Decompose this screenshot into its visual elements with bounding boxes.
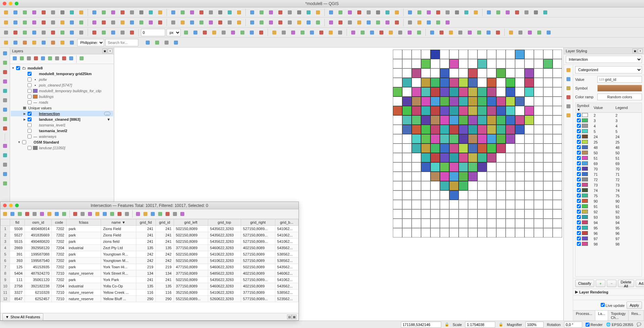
toolbar-icon[interactable]: [305, 8, 313, 16]
toolbar-icon[interactable]: [295, 18, 303, 26]
toolbar-icon[interactable]: [438, 29, 446, 37]
toolbar-icon[interactable]: [229, 29, 237, 37]
toolbar-icon[interactable]: [305, 18, 313, 26]
toolbar-icon[interactable]: [40, 39, 48, 47]
toolbar-icon[interactable]: [248, 8, 256, 16]
toolbar-icon[interactable]: [2, 8, 10, 16]
category-row[interactable]: 7272: [576, 177, 642, 182]
toolbar-icon[interactable]: [79, 55, 85, 61]
toolbar-icon[interactable]: [109, 8, 117, 16]
category-row[interactable]: 5151: [576, 156, 642, 161]
toolbar-icon[interactable]: [32, 211, 38, 217]
toolbar-icon[interactable]: [406, 29, 414, 37]
toolbar-icon[interactable]: [526, 29, 534, 37]
toolbar-icon[interactable]: [68, 8, 76, 16]
toolbar-icon[interactable]: [428, 29, 436, 37]
toolbar-icon[interactable]: [17, 211, 23, 217]
layer-item[interactable]: buildings: [11, 94, 113, 99]
toolbar-icon[interactable]: [248, 18, 256, 26]
toolbar-icon[interactable]: [462, 8, 470, 16]
layer-item[interactable]: tasmania_level1: [11, 122, 113, 128]
category-row[interactable]: 9898: [576, 241, 642, 247]
remove-category-button[interactable]: －: [607, 280, 616, 287]
layer-item[interactable]: tasmania_level2: [11, 128, 113, 133]
magnifier-input[interactable]: [525, 322, 544, 328]
toolbar-icon[interactable]: [1, 142, 9, 150]
toolbar-icon[interactable]: [68, 29, 76, 37]
toolbar-icon[interactable]: [117, 211, 123, 217]
category-row[interactable]: 22: [576, 113, 642, 118]
layer-item[interactable]: ▼OSM Standard: [11, 139, 113, 145]
toolbar-icon[interactable]: [346, 8, 354, 16]
column-header[interactable]: code: [52, 219, 66, 226]
table-row[interactable]: 1027583921822387204industrialYolla Co-Op…: [1, 283, 298, 289]
category-row[interactable]: 9696: [576, 231, 642, 236]
toolbar-icon[interactable]: [1, 170, 9, 178]
toolbar-icon[interactable]: [295, 8, 303, 16]
toolbar-icon[interactable]: [216, 18, 224, 26]
toolbar-icon[interactable]: [1, 105, 9, 114]
panel-close-icon[interactable]: ×: [108, 49, 112, 53]
layer-item[interactable]: ▶Intersection…: [11, 111, 113, 116]
messages-icon[interactable]: 💬: [637, 322, 641, 327]
panel-undock-icon[interactable]: ▣: [102, 49, 107, 53]
table-row[interactable]: 854044879242707210nature_reserveYork Str…: [1, 270, 298, 277]
toolbar-icon[interactable]: [40, 29, 48, 37]
toolbar-icon[interactable]: [1, 151, 9, 160]
toolbar-icon[interactable]: [2, 29, 10, 37]
toolbar-icon[interactable]: [314, 8, 322, 16]
column-header[interactable]: grid_fid: [136, 219, 155, 226]
toolbar-icon[interactable]: [137, 8, 145, 16]
category-row[interactable]: 9595: [576, 225, 642, 231]
toolbar-icon[interactable]: [102, 211, 108, 217]
toolbar-icon[interactable]: [21, 29, 29, 37]
toolbar-icon[interactable]: [494, 29, 502, 37]
column-header[interactable]: osm_id: [25, 219, 52, 226]
toolbar-icon[interactable]: [1, 179, 9, 188]
toolbar-icon[interactable]: [80, 211, 86, 217]
toolbar-icon[interactable]: [109, 18, 117, 26]
toolbar-icon[interactable]: [30, 18, 38, 26]
toolbar-icon[interactable]: [30, 29, 38, 37]
toolbar-icon[interactable]: [564, 84, 572, 92]
toolbar-icon[interactable]: [49, 8, 57, 16]
toolbar-icon[interactable]: [153, 39, 161, 47]
panel-undock-icon[interactable]: ▣: [633, 49, 637, 53]
rotation-input[interactable]: [564, 322, 582, 328]
toolbar-icon[interactable]: [54, 211, 60, 217]
toolbar-icon[interactable]: [406, 18, 414, 26]
toolbar-icon[interactable]: [90, 18, 98, 26]
layer-item[interactable]: landuse [11050]: [11, 145, 113, 151]
toolbar-icon[interactable]: [327, 18, 335, 26]
column-header[interactable]: grid_left: [174, 219, 208, 226]
toolbar-icon[interactable]: [72, 211, 78, 217]
toolbar-icon[interactable]: [336, 18, 344, 26]
toolbar-icon[interactable]: [30, 8, 38, 16]
category-row[interactable]: 7575: [576, 193, 642, 199]
classify-button[interactable]: Classify: [575, 280, 594, 287]
category-row[interactable]: 4848: [576, 145, 642, 150]
toolbar-icon[interactable]: [532, 8, 540, 16]
layer-item[interactable]: module8_temporary grid25km: [11, 71, 113, 76]
toolbar-icon[interactable]: [383, 8, 392, 16]
toolbar-icon[interactable]: [368, 29, 376, 37]
table-row[interactable]: 355154904808207202parkzions field2412415…: [1, 238, 298, 245]
toolbar-icon[interactable]: [109, 29, 117, 37]
toolbar-icon[interactable]: [472, 8, 480, 16]
table-view-icon[interactable]: ▦: [292, 315, 296, 319]
toolbar-icon[interactable]: [1, 49, 9, 58]
toolbar-icon[interactable]: [147, 18, 155, 26]
toolbar-icon[interactable]: [545, 29, 553, 37]
column-header[interactable]: grid_right: [241, 219, 275, 226]
toolbar-icon[interactable]: [522, 8, 531, 16]
toolbar-icon[interactable]: [2, 211, 8, 217]
toolbar-icon[interactable]: [276, 18, 284, 26]
bottom-tab[interactable]: La...: [595, 311, 608, 321]
toolbar-icon[interactable]: [235, 18, 243, 26]
delete-all-button[interactable]: Delete All: [618, 280, 635, 287]
table-row[interactable]: 155084904808147202parkZions Field2412415…: [1, 226, 298, 232]
toolbar-icon[interactable]: [100, 8, 108, 16]
toolbar-icon[interactable]: [49, 29, 57, 37]
toolbar-icon[interactable]: [425, 18, 433, 26]
toolbar-icon[interactable]: [19, 55, 25, 61]
